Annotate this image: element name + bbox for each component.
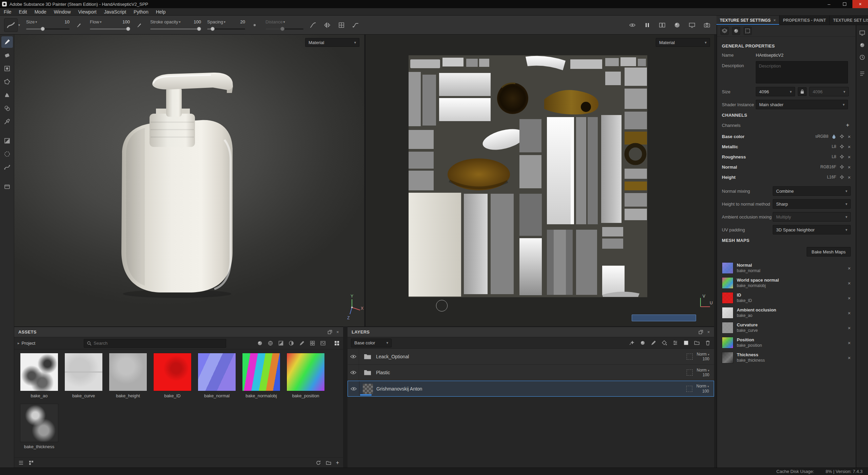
mesh-map-thumbnail[interactable]	[722, 262, 733, 274]
axis-gizmo-3d[interactable]: Y X Z	[347, 296, 362, 318]
viewport-2d-material-select[interactable]: Material ▾	[656, 38, 710, 47]
add-channel-button[interactable]: +	[845, 122, 851, 129]
clone-tool-button[interactable]	[1, 102, 13, 114]
opacity-pressure-toggle[interactable]	[135, 20, 144, 30]
bake-mesh-maps-button[interactable]: Bake Mesh Maps	[807, 247, 851, 256]
viewport-display-button[interactable]	[628, 20, 637, 30]
menu-mode[interactable]: Mode	[31, 9, 50, 15]
flow-pressure-toggle[interactable]	[74, 20, 84, 30]
height-to-normal-select[interactable]: Sharp ▾	[773, 199, 851, 209]
layer-blend-mode[interactable]: Norm ▾	[697, 368, 709, 373]
shader-settings-button[interactable]	[858, 41, 867, 50]
materials-filter-icon[interactable]	[257, 340, 263, 346]
size-slider[interactable]	[26, 26, 70, 31]
channel-format[interactable]: sRGB8	[815, 134, 829, 139]
menu-file[interactable]: File	[0, 9, 15, 15]
size-value[interactable]: 10	[65, 19, 70, 24]
mesh-map-thumbnail[interactable]	[722, 322, 733, 334]
spacing-value[interactable]: 20	[240, 19, 245, 24]
layer-row[interactable]: Plastic Norm ▾ 100	[348, 365, 714, 381]
menu-help[interactable]: Help	[152, 9, 170, 15]
resources-updater-button[interactable]	[1, 181, 13, 192]
remove-channel-button[interactable]: ×	[848, 134, 851, 139]
add-paint-layer-icon[interactable]	[651, 340, 656, 346]
close-panel-icon[interactable]: ×	[707, 329, 710, 335]
close-button[interactable]: ×	[852, 0, 868, 8]
brushes-filter-icon[interactable]	[299, 340, 305, 346]
clear-mesh-map-button[interactable]: ×	[848, 325, 851, 331]
pause-engine-button[interactable]	[643, 20, 652, 30]
channel-settings-icon[interactable]	[840, 134, 844, 139]
stroke-opacity-slider[interactable]	[150, 26, 201, 31]
material-picker-tool-button[interactable]	[1, 116, 13, 127]
asset-thumbnail[interactable]	[287, 353, 325, 391]
import-folder-icon[interactable]	[326, 460, 331, 466]
asset-item[interactable]: bake_normalobj	[239, 353, 283, 398]
add-mask-icon[interactable]	[683, 340, 689, 346]
remove-channel-button[interactable]: ×	[848, 154, 851, 160]
channel-settings-icon[interactable]	[840, 175, 844, 179]
distance-toggle[interactable]	[250, 20, 259, 30]
layer-mask-slot[interactable]	[687, 369, 693, 376]
asset-item[interactable]: bake_thickness	[17, 404, 61, 449]
grid-view-toggle-icon[interactable]	[334, 340, 340, 346]
mesh-map-thumbnail[interactable]	[722, 292, 733, 304]
menu-python[interactable]: Python	[130, 9, 152, 15]
flow-value[interactable]: 100	[122, 19, 130, 24]
asset-thumbnail[interactable]	[153, 353, 192, 391]
smart-masks-filter-icon[interactable]	[278, 340, 284, 346]
asset-item[interactable]: bake_position	[283, 353, 328, 398]
menu-viewport[interactable]: Viewport	[75, 9, 100, 15]
uv-texture-atlas[interactable]	[409, 55, 647, 297]
quick-mask-tool-button[interactable]	[1, 148, 13, 160]
minimize-button[interactable]: –	[821, 0, 837, 8]
path-tool-button[interactable]	[1, 162, 13, 173]
folder-icon[interactable]	[362, 367, 373, 378]
add-folder-icon[interactable]	[694, 340, 700, 346]
asset-item[interactable]: bake_curve	[61, 353, 106, 398]
eraser-tool-button[interactable]	[1, 50, 13, 61]
layer-name[interactable]: Leack_Optional	[376, 354, 409, 359]
add-effect-icon[interactable]	[629, 340, 635, 346]
channels-stack-icon[interactable]	[721, 27, 729, 35]
layer-visibility-toggle[interactable]	[348, 365, 359, 380]
description-input[interactable]	[756, 61, 848, 83]
smudge-tool-button[interactable]	[1, 89, 13, 101]
caret-down-icon[interactable]: ▾	[224, 20, 225, 24]
layer-name[interactable]: Plastic	[376, 370, 390, 375]
symmetry-button[interactable]	[322, 20, 332, 30]
size-select[interactable]: 4096 ▾	[756, 87, 795, 96]
undock-panel-icon[interactable]	[698, 330, 703, 335]
assets-project-tree-item[interactable]: ▸ Project	[18, 341, 84, 346]
details-view-icon[interactable]	[28, 460, 34, 466]
projection-tool-button[interactable]	[1, 63, 13, 74]
layer-blend-mode[interactable]: Norm ▾	[697, 352, 709, 357]
color-droplet-icon[interactable]	[832, 134, 836, 139]
asset-thumbnail[interactable]	[20, 353, 58, 391]
folder-icon[interactable]	[362, 352, 373, 362]
viewport-2d[interactable]: Material ▾ V U	[365, 35, 714, 326]
size-lock-button[interactable]	[798, 87, 807, 96]
close-panel-icon[interactable]: ×	[336, 329, 339, 335]
alphas-filter-icon[interactable]	[310, 340, 315, 346]
layer-visibility-toggle[interactable]	[348, 349, 359, 364]
asset-thumbnail[interactable]	[109, 353, 147, 391]
clear-mesh-map-button[interactable]: ×	[848, 280, 851, 286]
polygon-fill-tool-button[interactable]	[1, 76, 13, 88]
channel-format[interactable]: L8	[832, 154, 836, 159]
asset-item[interactable]: bake_ao	[17, 353, 61, 398]
mesh-map-thumbnail[interactable]	[722, 307, 733, 319]
uv-padding-select[interactable]: 3D Space Neighbor ▾	[773, 225, 851, 234]
add-smart-material-icon[interactable]	[640, 340, 646, 346]
add-asset-button[interactable]: +	[336, 460, 339, 466]
paint-layer-thumbnail[interactable]	[363, 384, 373, 394]
layer-opacity[interactable]: 100	[703, 373, 709, 377]
flow-slider[interactable]	[90, 26, 130, 31]
log-button[interactable]	[858, 69, 867, 78]
layer-row-selected[interactable]: Grishmanovskij Anton Norm ▾ 100	[348, 381, 714, 397]
channel-format[interactable]: RGB16F	[821, 165, 836, 169]
assets-search-input[interactable]	[94, 341, 223, 346]
channel-format[interactable]: L16F	[827, 175, 836, 179]
layer-row[interactable]: Leack_Optional Norm ▾ 100	[348, 349, 714, 365]
texture-set-name-value[interactable]: HAntisepticV2	[756, 53, 784, 58]
